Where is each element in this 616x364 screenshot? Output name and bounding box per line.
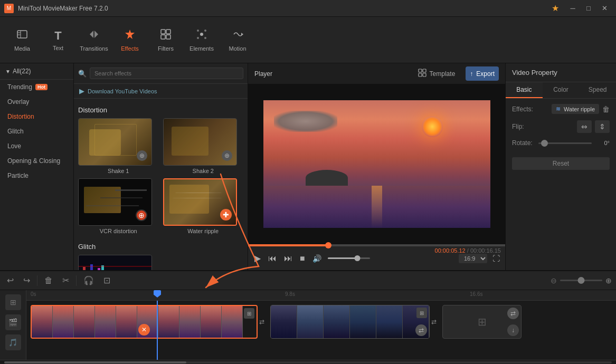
aspect-ratio-select[interactable]: 16:9 9:16 1:1 4:3 <box>459 254 487 263</box>
effect-shake2[interactable]: ⊕ Shake 2 <box>163 118 244 174</box>
video-preview <box>263 100 490 228</box>
zoom-thumb <box>578 277 585 284</box>
titlebar-star-icon: ★ <box>552 3 559 13</box>
next-button[interactable]: ⏭ <box>283 253 293 264</box>
rotate-slider[interactable] <box>538 142 592 144</box>
play-button[interactable]: ▶ <box>253 252 262 264</box>
effect-glitch1[interactable] <box>78 255 159 270</box>
flip-value-area: ⇔ ⇕ <box>538 120 610 133</box>
effects-prop-row: Effects: ≋ Water ripple 🗑 <box>512 104 610 114</box>
flip-horizontal-button[interactable]: ⇔ <box>577 120 592 133</box>
audio-button[interactable]: 🎧 <box>81 274 97 287</box>
zoom-out-icon[interactable]: ⊖ <box>551 276 557 285</box>
crop-button[interactable]: ⊡ <box>101 274 113 287</box>
toolbar-filters[interactable]: Filters <box>148 21 184 59</box>
sidebar: ▼ All(22) Trending Hot Overlay Distortio… <box>0 63 74 270</box>
sidebar-item-glitch[interactable]: Glitch <box>0 124 73 139</box>
toolbar-media[interactable]: Media <box>4 21 40 59</box>
sidebar-item-trending[interactable]: Trending Hot <box>0 80 73 94</box>
zoom-slider[interactable] <box>560 280 602 281</box>
stop-button[interactable]: ■ <box>299 253 306 264</box>
minimize-button[interactable]: ─ <box>565 3 580 14</box>
volume-slider[interactable] <box>328 257 370 259</box>
clip-frame-5 <box>116 306 137 338</box>
add-media-button[interactable]: ⊞ <box>5 294 21 310</box>
rotate-prop-row: Rotate: 0° <box>512 139 610 147</box>
toolbar-text[interactable]: T Text <box>40 21 76 59</box>
svg-rect-5 <box>161 30 165 34</box>
prev-button[interactable]: ⏮ <box>267 253 278 264</box>
toolbar-transitions[interactable]: Transitions <box>76 21 112 59</box>
clip3-download-icon[interactable]: ↓ <box>507 324 519 336</box>
player-title: Player <box>254 70 272 78</box>
undo-button[interactable]: ↩ <box>4 274 16 287</box>
text-icon: T <box>54 29 61 43</box>
toolbar-effects-label: Effects <box>121 45 138 52</box>
search-input[interactable] <box>90 68 243 79</box>
search-icon: 🔍 <box>78 70 87 78</box>
clip2-arrow-icon[interactable]: ⇄ <box>415 324 427 336</box>
tab-basic[interactable]: Basic <box>506 82 543 98</box>
video-track-icon: 🎬 <box>5 314 21 330</box>
template-button[interactable]: Template <box>414 66 460 81</box>
maximize-button[interactable]: □ <box>581 3 596 14</box>
sidebar-header[interactable]: ▼ All(22) <box>0 63 73 80</box>
clip-frame-1 <box>32 306 53 338</box>
svg-point-12 <box>197 37 199 39</box>
flip-vertical-button[interactable]: ⇕ <box>595 120 610 133</box>
effect-vcr[interactable]: ⊕ VCR distortion <box>78 178 159 234</box>
close-button[interactable]: ✕ <box>597 3 612 14</box>
effects-search-bar: 🔍 <box>74 63 248 84</box>
effects-value-area: ≋ Water ripple 🗑 <box>538 104 610 114</box>
sidebar-item-love[interactable]: Love <box>0 139 73 154</box>
rotate-value-area: 0° <box>538 140 610 146</box>
progress-bar[interactable]: 00:00:05.12 / 00:00:16.15 <box>248 244 505 246</box>
delete-button[interactable]: 🗑 <box>42 274 55 287</box>
effect-water-ripple[interactable]: ✚ Water ripple <box>163 178 244 234</box>
toolbar-elements[interactable]: Elements <box>184 21 220 59</box>
clip2-frames <box>271 305 429 338</box>
reset-button[interactable]: Reset <box>512 157 610 170</box>
cut-button[interactable]: ✂ <box>60 274 72 287</box>
cloud-element <box>274 111 337 132</box>
zoom-in-icon[interactable]: ⊕ <box>605 276 612 285</box>
horizontal-scrollbar[interactable] <box>4 361 612 363</box>
sidebar-item-opening-closing[interactable]: Opening & Closing <box>0 154 73 168</box>
effect-shake1[interactable]: ⊕ Shake 1 <box>78 118 159 174</box>
tab-color[interactable]: Color <box>543 82 580 98</box>
sidebar-glitch-label: Glitch <box>7 128 24 135</box>
sun-element <box>422 116 443 137</box>
export-button[interactable]: ↑ Export <box>466 66 499 81</box>
redo-button[interactable]: ↪ <box>21 274 33 287</box>
sidebar-opening-closing-label: Opening & Closing <box>7 157 60 165</box>
timeline-toolbar: ↩ ↪ 🗑 ✂ 🎧 ⊡ ⊖ ⊕ <box>0 271 616 290</box>
sidebar-item-overlay[interactable]: Overlay <box>0 94 73 109</box>
clip-remove-badge[interactable]: ✕ <box>138 324 150 336</box>
sidebar-item-particle[interactable]: Particle <box>0 168 73 183</box>
delete-effect-button[interactable]: 🗑 <box>602 105 610 113</box>
svg-point-11 <box>204 30 206 32</box>
rotate-thumb <box>541 140 548 147</box>
tab-speed[interactable]: Speed <box>579 82 616 98</box>
progress-thumb[interactable] <box>325 242 331 248</box>
sidebar-item-distortion[interactable]: Distortion <box>0 109 73 124</box>
video-clip-2[interactable]: ⊞ ⇄ <box>270 305 430 339</box>
fullscreen-button[interactable]: ⛶ <box>492 254 500 263</box>
effects-label: Effects: <box>512 106 538 113</box>
toolbar-motion[interactable]: Motion <box>220 21 255 59</box>
toolbar-effects[interactable]: Effects <box>112 21 148 59</box>
template-btn-label: Template <box>430 70 456 78</box>
time-mark-1: 9.8s <box>285 291 295 297</box>
right-panel: Video Property Basic Color Speed Effects… <box>505 63 616 270</box>
download-youtube-button[interactable]: ▶ Download YouTube Videos <box>74 84 248 99</box>
video-clip-1[interactable]: ⊞ ✕ <box>31 305 258 339</box>
timeline-playhead[interactable] <box>157 301 158 360</box>
video-property-title: Video Property <box>506 63 616 82</box>
video-clip-3[interactable]: ⊞ ↓ ⇄ <box>442 305 522 339</box>
svg-marker-14 <box>241 33 243 36</box>
volume-button[interactable]: 🔊 <box>311 253 323 264</box>
clip2-frame-3 <box>324 305 350 338</box>
titlebar-left: M MiniTool MovieMaker Free 7.2.0 <box>4 4 108 13</box>
clip3-swap-icon[interactable]: ⇄ <box>507 308 519 319</box>
download-text: Download YouTube Videos <box>88 88 157 94</box>
